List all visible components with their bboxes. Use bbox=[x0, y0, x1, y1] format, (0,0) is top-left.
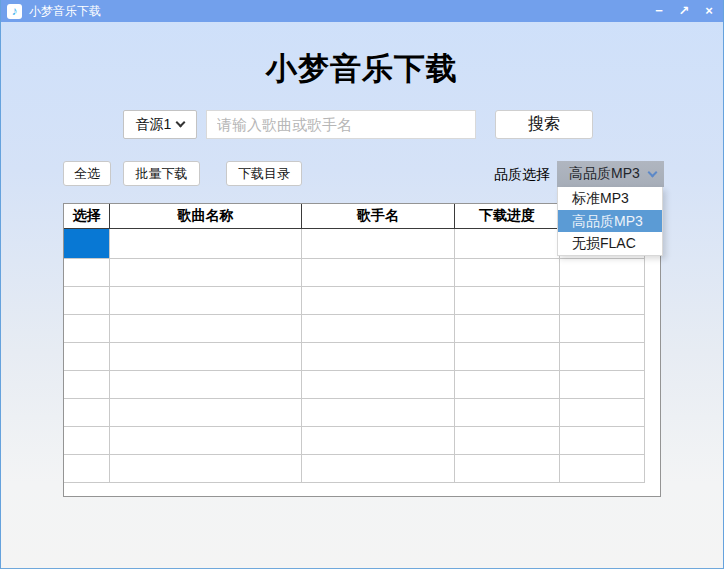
column-header[interactable]: 歌曲名称 bbox=[110, 204, 302, 228]
source-select[interactable]: 音源1 bbox=[123, 110, 197, 139]
table-cell[interactable] bbox=[110, 315, 302, 343]
table-row bbox=[64, 455, 660, 483]
table-cell[interactable] bbox=[302, 315, 455, 343]
table-cell[interactable] bbox=[64, 371, 110, 399]
row-filler bbox=[645, 259, 660, 287]
table-cell[interactable] bbox=[110, 399, 302, 427]
column-header[interactable]: 歌手名 bbox=[302, 204, 455, 228]
table-cell[interactable] bbox=[110, 287, 302, 315]
music-note-icon: ♪ bbox=[7, 4, 22, 19]
table-body bbox=[64, 229, 660, 483]
table-row bbox=[64, 315, 660, 343]
table-cell[interactable] bbox=[302, 371, 455, 399]
source-select-value: 音源1 bbox=[136, 116, 172, 134]
table-cell[interactable] bbox=[64, 455, 110, 483]
minimize-button[interactable]: − bbox=[651, 2, 667, 20]
quality-option[interactable]: 无损FLAC bbox=[558, 232, 662, 255]
table-cell[interactable] bbox=[302, 229, 455, 259]
quality-option[interactable]: 标准MP3 bbox=[558, 187, 662, 210]
table-cell[interactable] bbox=[560, 343, 645, 371]
table-cell[interactable] bbox=[64, 427, 110, 455]
row-filler bbox=[645, 287, 660, 315]
table-row bbox=[64, 427, 660, 455]
table-cell[interactable] bbox=[455, 229, 560, 259]
table-row bbox=[64, 287, 660, 315]
select-all-button[interactable]: 全选 bbox=[63, 161, 111, 186]
table-cell[interactable] bbox=[455, 455, 560, 483]
chevron-down-icon bbox=[176, 118, 186, 128]
table-cell[interactable] bbox=[302, 427, 455, 455]
table-cell[interactable] bbox=[560, 287, 645, 315]
chevron-down-icon bbox=[648, 168, 658, 178]
page-title: 小梦音乐下载 bbox=[1, 48, 723, 90]
quality-select-value: 高品质MP3 bbox=[569, 165, 640, 183]
title-bar: ♪ 小梦音乐下载 − ↗ × bbox=[1, 0, 723, 22]
table-row bbox=[64, 371, 660, 399]
table-cell[interactable] bbox=[560, 399, 645, 427]
table-cell[interactable] bbox=[455, 315, 560, 343]
table-cell[interactable] bbox=[110, 455, 302, 483]
quality-dropdown: 标准MP3高品质MP3无损FLAC bbox=[557, 187, 663, 256]
table-cell[interactable] bbox=[110, 343, 302, 371]
table-cell[interactable] bbox=[110, 371, 302, 399]
table-row bbox=[64, 259, 660, 287]
table-cell[interactable] bbox=[110, 229, 302, 259]
table-cell[interactable] bbox=[455, 259, 560, 287]
table-row bbox=[64, 399, 660, 427]
table-cell[interactable] bbox=[110, 427, 302, 455]
table-cell[interactable] bbox=[560, 259, 645, 287]
window-title: 小梦音乐下载 bbox=[29, 3, 101, 20]
quality-label: 品质选择 bbox=[494, 166, 550, 184]
table-cell[interactable] bbox=[64, 287, 110, 315]
close-button[interactable]: × bbox=[701, 2, 717, 20]
table-cell[interactable] bbox=[560, 315, 645, 343]
row-filler bbox=[645, 315, 660, 343]
table-cell[interactable] bbox=[455, 427, 560, 455]
row-filler bbox=[645, 455, 660, 483]
table-cell[interactable] bbox=[455, 371, 560, 399]
table-cell[interactable] bbox=[64, 259, 110, 287]
table-cell[interactable] bbox=[560, 427, 645, 455]
table-cell[interactable] bbox=[455, 343, 560, 371]
table-row bbox=[64, 343, 660, 371]
row-filler bbox=[645, 343, 660, 371]
table-cell[interactable] bbox=[302, 287, 455, 315]
column-header[interactable]: 下载进度 bbox=[455, 204, 560, 228]
table-cell[interactable] bbox=[302, 343, 455, 371]
maximize-button[interactable]: ↗ bbox=[676, 2, 692, 20]
table-cell[interactable] bbox=[64, 315, 110, 343]
batch-download-button[interactable]: 批量下载 bbox=[123, 161, 200, 186]
quality-option[interactable]: 高品质MP3 bbox=[558, 210, 662, 233]
search-button[interactable]: 搜索 bbox=[495, 110, 593, 139]
table-cell[interactable] bbox=[560, 371, 645, 399]
column-header[interactable]: 选择 bbox=[64, 204, 110, 228]
table-cell[interactable] bbox=[455, 287, 560, 315]
table-cell[interactable] bbox=[64, 399, 110, 427]
row-filler bbox=[645, 427, 660, 455]
table-cell[interactable] bbox=[302, 455, 455, 483]
row-filler bbox=[645, 371, 660, 399]
table-cell[interactable] bbox=[455, 399, 560, 427]
app-window: ♪ 小梦音乐下载 − ↗ × 小梦音乐下载 音源1 搜索 全选 批量下载 下载目… bbox=[0, 0, 724, 569]
window-controls: − ↗ × bbox=[651, 2, 717, 20]
table-cell[interactable] bbox=[302, 259, 455, 287]
row-filler bbox=[645, 399, 660, 427]
table-cell[interactable] bbox=[302, 399, 455, 427]
table-cell[interactable] bbox=[110, 259, 302, 287]
selected-cell[interactable] bbox=[64, 229, 110, 259]
search-input[interactable] bbox=[206, 110, 476, 139]
download-dir-button[interactable]: 下载目录 bbox=[226, 161, 302, 186]
quality-select[interactable]: 高品质MP3 bbox=[557, 161, 664, 187]
table-cell[interactable] bbox=[64, 343, 110, 371]
table-cell[interactable] bbox=[560, 455, 645, 483]
